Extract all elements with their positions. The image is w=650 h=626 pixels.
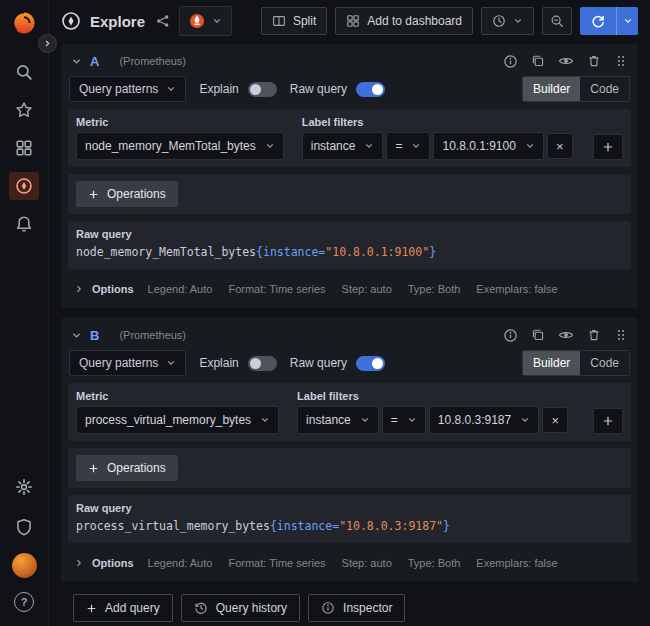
code-metric: node_memory_MemTotal_bytes [76,245,256,259]
help-glyph: ? [21,596,28,608]
grafana-logo[interactable] [11,10,37,36]
alerting-bell-icon[interactable] [9,210,39,238]
editor-mode-group: Builder Code [522,76,630,102]
raw-query-toggle-label: Raw query [290,82,347,96]
raw-query-title: Raw query [76,228,623,240]
code-string-value: "10.8.0.1:9100" [325,245,429,259]
nav-sidebar: ? [0,0,49,626]
search-icon[interactable] [9,58,39,86]
datasource-picker[interactable] [179,6,232,36]
eye-icon[interactable] [558,53,574,69]
star-icon[interactable] [9,96,39,124]
query-actions [503,53,628,69]
code-open-brace: { [270,519,277,533]
filter-value-value: 10.8.0.3:9187 [438,413,511,427]
explain-toggle[interactable] [248,356,277,371]
builder-mode-button[interactable]: Builder [523,77,580,101]
chevron-down-icon [525,141,535,151]
info-icon [321,601,335,615]
filter-value-select[interactable]: 10.8.0.1:9100 [433,132,543,160]
share-icon[interactable] [156,14,170,28]
zoom-out-button[interactable] [542,7,572,35]
inspector-button[interactable]: Inspector [308,594,405,622]
chevron-down-icon[interactable] [71,330,82,341]
remove-filter-button[interactable]: × [542,407,568,433]
code-label-name: instance [263,245,318,259]
code-close-brace: } [443,519,450,533]
query-header[interactable]: A (Prometheus) [68,48,631,74]
filter-operator-value: = [391,413,398,427]
options-collapsible[interactable]: Options Legend: Auto Format: Time series… [68,550,631,575]
chevron-down-icon [407,415,417,425]
split-button[interactable]: Split [261,7,327,35]
chevron-right-icon [74,284,84,294]
query-datasource-label: (Prometheus) [119,55,186,67]
add-filter-button[interactable] [593,134,623,160]
add-to-dashboard-button[interactable]: Add to dashboard [335,7,473,35]
operations-button[interactable]: Operations [76,455,178,481]
apps-icon[interactable] [9,134,39,162]
code-mode-button[interactable]: Code [580,351,629,375]
raw-query-toggle[interactable] [356,82,385,97]
label-filters-field: Label filters instance = 10.8. [297,390,568,434]
options-collapsible[interactable]: Options Legend: Auto Format: Time series… [68,276,631,301]
chevron-down-icon [364,141,374,151]
copy-icon[interactable] [531,328,545,342]
info-icon[interactable] [503,328,518,343]
sidebar-bottom-group: ? [9,473,39,612]
metric-select[interactable]: node_memory_MemTotal_bytes [76,132,284,160]
query-history-button[interactable]: Query history [181,594,300,622]
filter-operator-select[interactable]: = [382,406,426,434]
options-label: Options [92,283,134,295]
chevron-down-icon [166,84,176,94]
query-header[interactable]: B (Prometheus) [68,322,631,348]
info-icon[interactable] [503,54,518,69]
filter-label-select[interactable]: instance [302,132,384,160]
filter-operator-select[interactable]: = [386,132,430,160]
refresh-icon [591,14,605,28]
metric-label: Metric [76,116,284,128]
options-label: Options [92,557,134,569]
filter-value-select[interactable]: 10.8.0.3:9187 [429,406,539,434]
filter-label-select[interactable]: instance [297,406,379,434]
query-datasource-label: (Prometheus) [119,329,186,341]
builder-mode-button[interactable]: Builder [523,351,580,375]
chevron-down-icon [411,141,421,151]
run-interval-caret[interactable] [616,7,638,35]
type-summary: Type: Both [408,557,461,569]
label-filters-label: Label filters [302,116,573,128]
operations-button[interactable]: Operations [76,181,178,207]
raw-query-toggle[interactable] [356,356,385,371]
query-options-toolbar: Query patterns Explain Raw query Builder… [69,76,630,102]
explain-toggle[interactable] [248,82,277,97]
remove-filter-button[interactable]: × [547,133,573,159]
code-metric: process_virtual_memory_bytes [76,519,270,533]
explore-compass-icon[interactable] [9,172,39,200]
settings-gear-icon[interactable] [9,473,39,501]
drag-handle-icon[interactable] [614,328,628,342]
editor-mode-group: Builder Code [522,350,630,376]
admin-shield-icon[interactable] [9,513,39,541]
chevron-down-icon[interactable] [71,56,82,67]
trash-icon[interactable] [587,328,601,342]
query-editor-row-b: B (Prometheus) Query patterns [61,318,638,582]
run-query-button-group [580,7,638,35]
help-icon[interactable]: ? [14,592,34,612]
trash-icon[interactable] [587,54,601,68]
metric-select[interactable]: process_virtual_memory_bytes [76,406,279,434]
user-avatar[interactable] [12,553,37,578]
raw-query-code: node_memory_MemTotal_bytes{instance="10.… [76,245,623,260]
add-filter-button[interactable] [593,408,623,434]
query-patterns-dropdown[interactable]: Query patterns [69,76,186,102]
add-query-button[interactable]: Add query [73,594,173,622]
sidebar-expand-button[interactable] [38,34,57,53]
code-mode-button[interactable]: Code [580,77,629,101]
run-query-button[interactable] [580,7,616,35]
query-patterns-dropdown[interactable]: Query patterns [69,350,186,376]
caret-down-icon [513,16,523,26]
copy-icon[interactable] [531,54,545,68]
time-range-picker[interactable] [481,7,534,35]
legend-summary: Legend: Auto [148,283,213,295]
drag-handle-icon[interactable] [614,54,628,68]
eye-icon[interactable] [558,327,574,343]
